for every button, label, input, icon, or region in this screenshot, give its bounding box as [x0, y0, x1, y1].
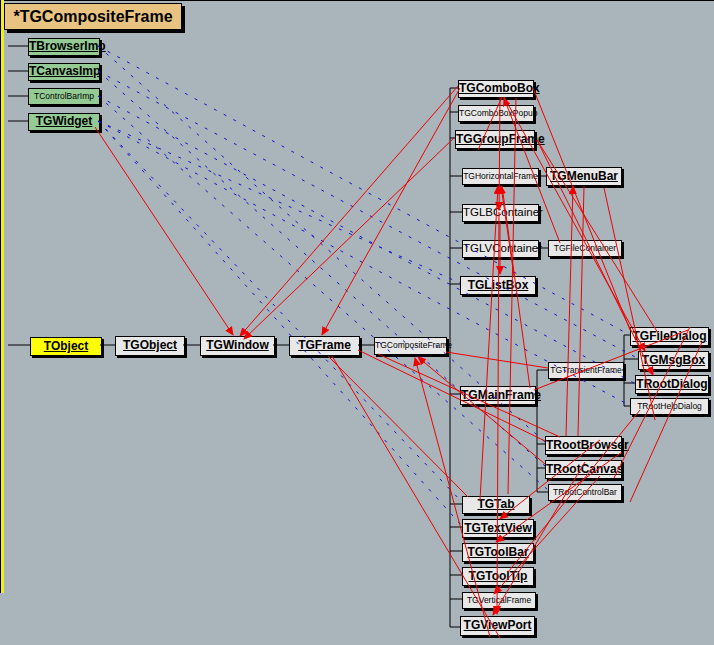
node-TGTab[interactable]: TGTab [462, 496, 530, 514]
edge [322, 88, 460, 335]
node-TBrowserImp[interactable]: TBrowserImp [28, 38, 100, 56]
edge [566, 186, 573, 436]
edge [98, 46, 628, 334]
edge [240, 86, 458, 336]
node-TGListBox[interactable]: TGListBox [460, 276, 536, 295]
node-TGCompositeFrame[interactable]: TGCompositeFrame [374, 337, 447, 355]
class-hierarchy-canvas: TBrowserImpTCanvasImpTControlBarImpTGWid… [0, 0, 714, 645]
edge [501, 186, 514, 276]
node-TGTransientFrame[interactable]: TGTransientFrame [548, 362, 624, 379]
node-TGGroupFrame[interactable]: TGGroupFrame [455, 130, 535, 149]
edge [446, 352, 548, 368]
node-TGFrame[interactable]: TGFrame [289, 336, 360, 356]
node-TRootHelpDialog[interactable]: TRootHelpDialog [630, 398, 709, 415]
node-TGLVContainer[interactable]: TGLVContainer [462, 240, 539, 258]
node-TGWindow[interactable]: TGWindow [200, 336, 275, 356]
relationship-edges [0, 0, 714, 645]
node-TGMainFrame[interactable]: TGMainFrame [460, 386, 536, 405]
node-TRootDialog[interactable]: TRootDialog [635, 375, 709, 394]
edge [98, 121, 462, 502]
node-TGViewPort[interactable]: TGViewPort [460, 616, 535, 636]
node-TGComboBoxPopup[interactable]: TGComboBoxPopup [458, 105, 534, 122]
node-TRootControlBar[interactable]: TRootControlBar [548, 484, 622, 501]
node-TGFileDialog[interactable]: TGFileDialog [630, 327, 709, 346]
node-TGLBContainer[interactable]: TGLBContainer [462, 204, 539, 222]
node-TGMenuBar[interactable]: TGMenuBar [546, 167, 622, 186]
node-TGFileContainer[interactable]: TGFileContainer [548, 240, 622, 257]
node-TGVerticalFrame[interactable]: TGVerticalFrame [462, 592, 536, 609]
node-TGComboBox[interactable]: TGComboBox [458, 80, 534, 98]
node-TGHorizontalFrame[interactable]: TGHorizontalFrame [462, 168, 539, 185]
edge [244, 138, 454, 339]
top-border-line [0, 0, 714, 1]
edge [95, 127, 233, 335]
edge [98, 121, 462, 526]
edge [508, 98, 516, 494]
node-TGToolTip[interactable]: TGToolTip [462, 567, 534, 586]
node-TGToolBar[interactable]: TGToolBar [462, 543, 534, 562]
node-TRootBrowser[interactable]: TRootBrowser [545, 436, 622, 455]
edge [418, 357, 545, 464]
node-TCanvasImp[interactable]: TCanvasImp [28, 63, 100, 81]
node-TGMsgBox[interactable]: TGMsgBox [638, 351, 709, 370]
node-TRootCanvas[interactable]: TRootCanvas [545, 460, 622, 479]
edge [328, 356, 468, 497]
edge [578, 186, 584, 436]
edge [98, 121, 460, 283]
diagram-title: *TGCompositeFrame [4, 3, 182, 30]
node-TObject[interactable]: TObject [30, 337, 102, 356]
edge [480, 186, 498, 500]
node-TGObject[interactable]: TGObject [115, 336, 185, 356]
node-TGWidget[interactable]: TGWidget [28, 113, 100, 131]
tree-root-line-yellow [1, 0, 4, 593]
edge [533, 88, 630, 330]
node-TGTextView[interactable]: TGTextView [462, 519, 534, 538]
node-TControlBarImp[interactable]: TControlBarImp [28, 88, 100, 105]
edge [98, 71, 637, 358]
